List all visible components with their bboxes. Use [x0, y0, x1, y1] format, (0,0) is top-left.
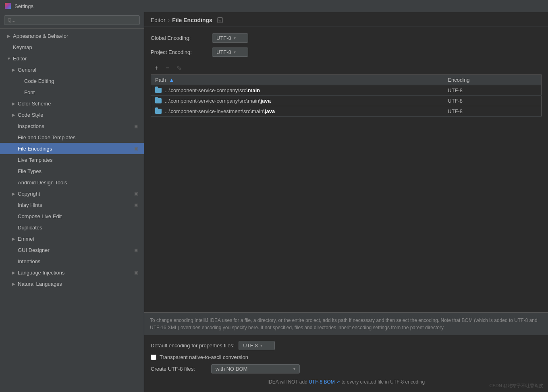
breadcrumb-parent: Editor: [151, 17, 166, 23]
sidebar-item-label: File Encodings: [18, 146, 133, 152]
sidebar-item-label: File and Code Templates: [18, 134, 139, 140]
sidebar-item-inlay-hints[interactable]: Inlay Hints ▣: [0, 199, 144, 210]
sidebar-item-live-templates[interactable]: Live Templates: [0, 154, 144, 165]
global-encoding-dropdown[interactable]: UTF-8 ▾: [212, 33, 248, 43]
info-text: To change encoding IntelliJ IDEA uses fo…: [150, 318, 538, 330]
transparent-conversion-row: Transparent native-to-ascii conversion: [151, 354, 542, 360]
sidebar-item-android-design-tools[interactable]: Android Design Tools: [0, 177, 144, 188]
sidebar-item-label: Android Design Tools: [18, 179, 139, 186]
link-icon[interactable]: ⊟: [217, 17, 223, 23]
settings-icon: ▣: [133, 146, 139, 151]
arrow-spacer: [11, 124, 16, 128]
arrow-icon: ▶: [11, 101, 16, 106]
sidebar-item-language-injections[interactable]: ▶ Language Injections ▣: [0, 267, 144, 278]
sidebar-item-label: Compose Live Edit: [18, 213, 139, 219]
transparent-conversion-checkbox[interactable]: [151, 355, 156, 360]
arrow-spacer: [18, 78, 23, 83]
bom-note-suffix: to every created file in UTF-8 encoding: [342, 379, 425, 385]
default-properties-label: Default encoding for properties files:: [151, 342, 235, 349]
sidebar-item-label: Color Scheme: [18, 101, 139, 107]
dropdown-arrow-icon: ▾: [234, 36, 236, 40]
dropdown-arrow-icon: ▾: [293, 367, 295, 371]
path-cell: ...\component-service-investment\src\mai…: [155, 108, 440, 114]
sidebar-item-code-editing[interactable]: Code Editing: [0, 75, 144, 87]
remove-button[interactable]: −: [163, 63, 172, 73]
content-body: Global Encoding: UTF-8 ▾ Project Encodin…: [144, 27, 548, 312]
sidebar-item-file-and-code-templates[interactable]: File and Code Templates: [0, 132, 144, 143]
title-bar: Settings: [0, 0, 548, 12]
sidebar-item-emmet[interactable]: ▶ Emmet: [0, 233, 144, 244]
sidebar-item-label: Appearance & Behavior: [13, 33, 139, 39]
dropdown-arrow-icon: ▾: [260, 343, 262, 348]
path-text: ...\component-service-company\src\main: [165, 87, 260, 93]
arrow-icon: ▶: [11, 67, 16, 72]
sidebar-item-label: Inlay Hints: [18, 202, 133, 208]
dropdown-arrow-icon: ▾: [234, 50, 236, 54]
settings-icon: ▣: [133, 191, 139, 196]
table-row[interactable]: ...\component-service-investment\src\mai…: [151, 106, 542, 117]
transparent-conversion-label: Transparent native-to-ascii conversion: [160, 354, 248, 360]
arrow-icon: ▶: [11, 112, 16, 117]
arrow-spacer: [11, 169, 16, 173]
sidebar-item-gui-designer[interactable]: GUI Designer ▣: [0, 244, 144, 256]
encoding-cell: UTF-8: [444, 106, 541, 117]
default-properties-dropdown[interactable]: UTF-8 ▾: [239, 341, 275, 350]
arrow-spacer: [11, 180, 16, 185]
sidebar-item-file-encodings[interactable]: File Encodings ▣: [0, 143, 144, 154]
path-table-toolbar: + − ✎: [151, 62, 542, 74]
sidebar-item-compose-live-edit[interactable]: Compose Live Edit: [0, 210, 144, 222]
project-encoding-dropdown[interactable]: UTF-8 ▾: [212, 47, 248, 57]
create-utf8-dropdown[interactable]: with NO BOM ▾: [211, 364, 300, 373]
arrow-spacer: [6, 45, 11, 50]
table-row[interactable]: ...\component-service-company\src\main\j…: [151, 96, 542, 106]
sidebar: ▶ Appearance & Behavior Keymap ▼ Editor …: [0, 12, 144, 392]
sidebar-item-file-types[interactable]: File Types: [0, 165, 144, 177]
arrow-spacer: [11, 146, 16, 151]
sidebar-item-keymap[interactable]: Keymap: [0, 41, 144, 53]
sidebar-item-intentions[interactable]: Intentions: [0, 256, 144, 267]
settings-icon: ▣: [133, 270, 139, 275]
sidebar-item-appearance[interactable]: ▶ Appearance & Behavior: [0, 30, 144, 41]
sidebar-item-label: GUI Designer: [18, 247, 133, 253]
arrow-spacer: [11, 202, 16, 207]
sidebar-item-editor[interactable]: ▼ Editor: [0, 53, 144, 64]
sort-arrow-icon: ▲: [169, 77, 174, 83]
search-bar: [0, 12, 144, 29]
sidebar-item-code-style[interactable]: ▶ Code Style: [0, 109, 144, 120]
arrow-spacer: [11, 135, 16, 140]
path-cell: ...\component-service-company\src\main: [155, 87, 440, 93]
sidebar-item-label: Font: [24, 89, 139, 95]
arrow-spacer: [18, 90, 23, 95]
default-properties-encoding-row: Default encoding for properties files: U…: [151, 341, 542, 350]
sidebar-item-color-scheme[interactable]: ▶ Color Scheme: [0, 98, 144, 109]
project-encoding-label: Project Encoding:: [151, 49, 207, 55]
sidebar-item-label: Duplicates: [18, 225, 139, 231]
app-icon: [5, 3, 11, 9]
sidebar-item-general[interactable]: ▶ General: [0, 64, 144, 75]
search-input[interactable]: [4, 15, 140, 25]
global-encoding-row: Global Encoding: UTF-8 ▾: [151, 33, 542, 43]
nav-tree: ▶ Appearance & Behavior Keymap ▼ Editor …: [0, 29, 144, 392]
table-row[interactable]: ...\component-service-company\src\main U…: [151, 85, 542, 96]
sidebar-item-copyright[interactable]: ▶ Copyright ▣: [0, 188, 144, 199]
folder-icon: [155, 88, 162, 93]
sidebar-item-label: Emmet: [18, 236, 139, 242]
sidebar-item-natural-languages[interactable]: ▶ Natural Languages: [0, 278, 144, 289]
sidebar-item-font[interactable]: Font: [0, 87, 144, 98]
settings-icon: ▣: [133, 247, 139, 253]
arrow-icon: ▶: [11, 281, 16, 286]
add-button[interactable]: +: [152, 63, 161, 73]
arrow-spacer: [11, 259, 16, 264]
arrow-icon: ▶: [11, 270, 16, 275]
folder-icon: [155, 109, 162, 114]
breadcrumb: Editor › File Encodings ⊟: [144, 12, 548, 27]
sidebar-item-duplicates[interactable]: Duplicates: [0, 222, 144, 233]
edit-button[interactable]: ✎: [174, 63, 184, 73]
folder-icon: [155, 98, 162, 103]
sidebar-item-inspections[interactable]: Inspections ▣: [0, 120, 144, 132]
bom-link[interactable]: UTF-8 BOM ↗: [309, 379, 340, 385]
sidebar-item-label: Natural Languages: [18, 281, 139, 287]
sidebar-item-label: Inspections: [18, 123, 133, 129]
info-box: To change encoding IntelliJ IDEA uses fo…: [144, 312, 548, 335]
sidebar-item-label: Live Templates: [18, 157, 139, 163]
